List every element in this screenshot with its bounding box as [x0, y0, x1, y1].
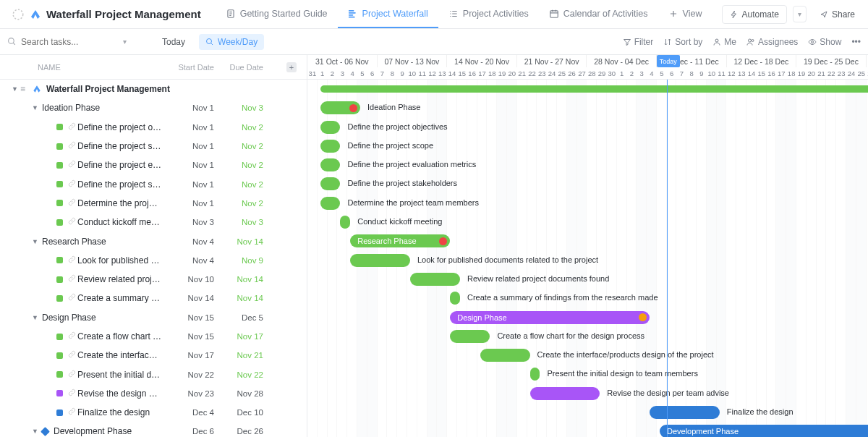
- task-row[interactable]: Define the project stakehold...Nov 1Nov …: [0, 174, 307, 193]
- link-icon: [68, 198, 76, 206]
- svg-point-8: [812, 41, 814, 43]
- gantt-bar[interactable]: [450, 330, 490, 343]
- due-date: Dec 26: [237, 427, 263, 436]
- bar-label: Determine the project team members: [347, 198, 479, 207]
- search-input[interactable]: [7, 37, 116, 47]
- gantt-bar[interactable]: [320, 85, 868, 93]
- day-header: 6: [667, 67, 677, 80]
- day-header: 16: [767, 67, 777, 80]
- tab-calendar-of-activities[interactable]: Calendar of Activities: [539, 0, 658, 28]
- day-header: 12: [726, 67, 736, 80]
- task-row[interactable]: Define the project objectivesNov 1Nov 2: [0, 118, 307, 137]
- today-line: [667, 80, 668, 437]
- show-button[interactable]: Show: [808, 37, 841, 47]
- task-row[interactable]: Revise the design per team a...Nov 23Nov…: [0, 384, 307, 403]
- gantt-bar[interactable]: [410, 273, 460, 286]
- day-header: 1: [318, 67, 328, 80]
- bar-label: Ideation Phase: [367, 103, 420, 111]
- gantt-bar[interactable]: [320, 158, 341, 171]
- gantt-bar[interactable]: [450, 292, 460, 305]
- day-header: 21: [817, 67, 827, 80]
- week-header: 14 Nov - 20 Nov: [447, 55, 517, 67]
- sortby-button[interactable]: Sort by: [663, 37, 702, 47]
- link-icon: [68, 160, 76, 168]
- gantt-bar[interactable]: [320, 101, 360, 114]
- day-header: 27: [577, 67, 587, 80]
- gantt-bar[interactable]: Development Phase: [660, 425, 868, 437]
- gantt-bar[interactable]: [320, 140, 341, 153]
- tab-project-waterfall[interactable]: Project Waterfall: [338, 0, 438, 28]
- task-row[interactable]: ▼Research PhaseNov 4Nov 14: [0, 232, 307, 250]
- task-name: Determine the project team ...: [68, 198, 162, 208]
- clickup-icon: [29, 8, 42, 21]
- task-row[interactable]: Define the project scopeNov 1Nov 2: [0, 137, 307, 156]
- task-name: Define the project objectives: [68, 122, 162, 132]
- automate-chevron[interactable]: ▾: [793, 6, 807, 22]
- task-row[interactable]: Create the interface/product...Nov 17Nov…: [0, 346, 307, 365]
- gantt-bar[interactable]: Research Phase: [350, 234, 450, 247]
- gantt-bar[interactable]: [340, 216, 350, 229]
- task-name: Look for published documen...: [68, 255, 162, 266]
- gantt-bar[interactable]: Design Phase: [450, 311, 650, 324]
- due-date: Nov 2: [242, 142, 263, 150]
- task-row[interactable]: Determine the project team ...Nov 1Nov 2: [0, 194, 307, 213]
- bar-label: Define the project objectives: [347, 122, 447, 131]
- gantt-bar[interactable]: [350, 254, 410, 267]
- day-header: 23: [836, 67, 846, 80]
- filter-icon: [623, 38, 631, 46]
- search-chevron[interactable]: ▾: [123, 38, 127, 46]
- day-header: 14: [447, 67, 457, 80]
- weekday-label: Week/Day: [218, 37, 258, 47]
- today-button[interactable]: Today: [156, 34, 192, 50]
- gantt-bar[interactable]: [530, 387, 600, 400]
- add-column[interactable]: +: [286, 62, 297, 72]
- search-field[interactable]: [21, 37, 93, 47]
- task-row[interactable]: ▼Development PhaseDec 6Dec 26: [0, 422, 307, 437]
- svg-point-3: [9, 38, 14, 44]
- more-button[interactable]: •••: [851, 37, 861, 47]
- task-row[interactable]: Present the initial design to t...Nov 22…: [0, 365, 307, 383]
- svg-point-5: [715, 39, 718, 42]
- due-date: Nov 3: [242, 103, 263, 112]
- gantt-bar[interactable]: [320, 197, 341, 210]
- gantt-bar[interactable]: [480, 349, 530, 362]
- share-label: Share: [832, 9, 855, 20]
- start-date: Nov 1: [192, 123, 214, 132]
- task-row[interactable]: Create a summary of finding...Nov 14Nov …: [0, 289, 307, 307]
- share-button[interactable]: Share: [812, 6, 862, 23]
- me-button[interactable]: Me: [712, 37, 736, 47]
- tab-project-activities[interactable]: Project Activities: [438, 0, 539, 28]
- clickup-icon: [32, 84, 42, 94]
- task-row[interactable]: Conduct kickoff meetingNov 3Nov 3: [0, 213, 307, 232]
- task-row[interactable]: Create a flow chart for the d...Nov 15No…: [0, 327, 307, 346]
- tab-getting-started-guide[interactable]: Getting Started Guide: [216, 0, 338, 28]
- task-row[interactable]: ▼Ideation PhaseNov 1Nov 3: [0, 98, 307, 117]
- gantt-bar[interactable]: [650, 406, 720, 419]
- day-header: 10: [707, 67, 717, 80]
- task-row[interactable]: ▼≡Waterfall Project Management: [0, 80, 307, 98]
- day-header: 7: [676, 67, 686, 80]
- due-date: Nov 2: [242, 161, 263, 169]
- due-date: Nov 14: [237, 237, 263, 246]
- task-row[interactable]: Define the project evaluation...Nov 1Nov…: [0, 156, 307, 174]
- gantt-bar[interactable]: [320, 121, 341, 134]
- day-header: 29: [597, 67, 607, 80]
- assignees-button[interactable]: Assignees: [746, 37, 798, 47]
- bar-label: Define the project evaluation metrics: [347, 160, 476, 169]
- task-row[interactable]: Finalize the designDec 4Dec 10: [0, 403, 307, 422]
- gantt-bar[interactable]: [530, 368, 540, 381]
- task-name: Define the project evaluation...: [68, 160, 162, 170]
- doc-icon: [226, 9, 236, 19]
- task-row[interactable]: Look for published documen...Nov 4Nov 9: [0, 251, 307, 270]
- day-header: 18: [786, 67, 796, 80]
- gantt-bar[interactable]: [320, 177, 341, 190]
- svg-point-4: [207, 38, 212, 43]
- automate-button[interactable]: Automate: [722, 5, 787, 24]
- tab-view[interactable]: View: [658, 0, 712, 28]
- task-row[interactable]: Review related project docu...Nov 10Nov …: [0, 270, 307, 289]
- filter-button[interactable]: Filter: [623, 37, 654, 47]
- weekday-toggle[interactable]: Week/Day: [199, 34, 264, 50]
- task-row[interactable]: ▼Design PhaseNov 15Dec 5: [0, 308, 307, 327]
- due-date: Nov 22: [237, 370, 263, 379]
- task-name: Create the interface/product...: [68, 350, 162, 360]
